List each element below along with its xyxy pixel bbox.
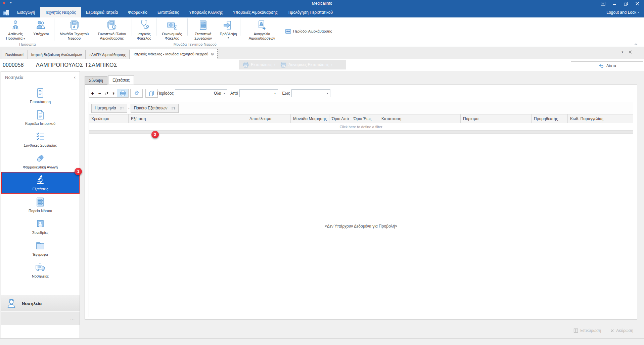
tab-list-chevron-icon[interactable]: ▾: [622, 50, 623, 54]
ribbon-options-icon[interactable]: [598, 0, 608, 7]
confirm-button[interactable]: Επικύρωση: [573, 328, 601, 333]
sidebar-item-nosileies[interactable]: Νοσηλείες: [1, 259, 80, 281]
menu-tab-ypovoles-klinikis[interactable]: Υποβολές Κλινικής: [184, 7, 228, 17]
dialysis-unit-button[interactable]: Μονάδα Τεχνητού Νεφρού: [55, 17, 93, 42]
tab-close-icon[interactable]: ⊗: [211, 52, 214, 56]
window-title: Medicalinfo: [0, 1, 644, 6]
period-select[interactable]: Όλα ▾: [175, 89, 227, 97]
refresh-button[interactable]: [103, 89, 110, 97]
session-stats-button[interactable]: Στατιστικά Συνεδριών: [189, 17, 218, 42]
ribbon-separator: [336, 18, 336, 41]
tab-exetaseis[interactable]: Εξετάσεις: [108, 76, 134, 85]
menu-tab-ypovoles-aimokatharsis[interactable]: Υποβολές Αιμοκάθαρσης: [228, 7, 282, 17]
sidebar-item-label: Συνθήκες Συνεδρίας: [24, 143, 57, 147]
group-chip-imerominia[interactable]: Ημερομηνία: [91, 104, 127, 113]
sidebar-item-label: Εξετάσεις: [32, 187, 48, 191]
column-header-promitheftis[interactable]: Προμηθευτής: [532, 114, 568, 123]
bottom-divider: [0, 338, 644, 339]
doc-tab-iatrikos-fakelos[interactable]: Ιατρικός Φάκελος - Μονάδα Τεχνητού Νεφρο…: [130, 49, 218, 59]
cancel-button[interactable]: Ακύρωση: [610, 328, 633, 333]
grid-divider: [89, 131, 633, 134]
gear-icon[interactable]: [131, 89, 142, 97]
sidebar-item-farmakeftiki-agogi[interactable]: Φαρμακευτική Αγωγή: [1, 150, 80, 172]
column-header-monada[interactable]: Μονάδα Μέτρησης: [291, 114, 329, 123]
add-record-button[interactable]: +: [89, 89, 96, 97]
menu-tab-eisagogi[interactable]: Εισαγωγή: [12, 7, 40, 17]
menu-tab-farmakeio[interactable]: Φαρμακείο: [123, 7, 152, 17]
delete-record-button[interactable]: −: [96, 89, 103, 97]
cancel-label: Ακύρωση: [616, 328, 633, 333]
app-icon[interactable]: [0, 7, 12, 17]
sidebar-overflow-button[interactable]: ...: [1, 312, 80, 325]
patient-name: ΛΑΜΠΡΟΠΟΥΛΟΣ ΤΣΑΜΠΙΚΟΣ: [36, 62, 117, 68]
tab-bar-close-icon[interactable]: [629, 50, 632, 54]
dialysis-periods-button[interactable]: Περίοδοι Αιμοκάθαρσης: [282, 28, 335, 35]
ribbon-separator: [156, 18, 156, 36]
column-header-kod-paraggelias[interactable]: Κωδ. Παραγγελίας: [568, 114, 633, 123]
document-tab-bar: Dashboard Ιατρική Βεβαίωση Αναλωσίμων εΔ…: [0, 47, 644, 59]
column-header-porisma[interactable]: Πόρισμα: [461, 114, 532, 123]
column-header-orio-eos[interactable]: Όριο Έως: [351, 114, 379, 123]
column-header-orio-apo[interactable]: Όριο Από: [329, 114, 351, 123]
grid-rows-icon: [35, 196, 46, 208]
column-header-xreosimo[interactable]: Χρεώσιμο: [89, 114, 129, 123]
collapse-sidebar-icon[interactable]: ‹: [74, 75, 76, 80]
close-icon[interactable]: [633, 0, 642, 7]
dialysis-plan-button[interactable]: Συνοπτικό Πλάνο Αιμοκάθαρσης: [93, 17, 131, 42]
sidebar-item-eggrafa[interactable]: Έγγραφα: [1, 237, 80, 259]
logout-and-lock-button[interactable]: Logout and Lock ▾: [602, 7, 644, 17]
announcement-button[interactable]: Αναγγελία Αιμοκαθάρσεων: [241, 17, 282, 42]
from-date-select[interactable]: ▾: [239, 89, 278, 97]
column-header-exetasi[interactable]: Εξέταση: [129, 114, 247, 123]
patient-code: 0000058: [3, 62, 24, 68]
step-badge-1: 1: [75, 168, 82, 175]
menu-tab-ektyposeis[interactable]: Εκτυπώσεις: [152, 7, 184, 17]
table-header-row: Χρεώσιμο Εξέταση Αποτέλεσμα Μονάδα Μέτρη…: [89, 114, 633, 123]
settings-group: [130, 89, 143, 98]
column-header-katastasi[interactable]: Κατάσταση: [379, 114, 461, 123]
copy-icon[interactable]: [146, 89, 157, 97]
patients-label: Ασθενείς Πρόσωπα: [6, 32, 23, 40]
doc-tab-dashboard[interactable]: Dashboard: [2, 50, 27, 59]
patients-button[interactable]: Ασθενείς Πρόσωπα ▾: [2, 17, 29, 42]
sidebar-item-episkopisi[interactable]: Επισκόπηση: [1, 85, 80, 106]
obligors-label: Υπόχρεοι: [33, 32, 49, 36]
group-by-panel[interactable]: Ημερομηνία - Πακέτο Εξετάσεων: [89, 102, 633, 114]
ribbon-separator: [54, 18, 54, 41]
menu-tab-texnitos-nefros[interactable]: Τεχνητός Νεφρός: [40, 7, 81, 17]
doc-tab-iatriki-vevaiosi[interactable]: Ιατρική Βεβαίωση Αναλωσίμων: [28, 50, 86, 59]
dynamic-prints-button[interactable]: Δυναμικές Εκτυπώσεις ▾: [280, 61, 332, 68]
collapse-ribbon-icon[interactable]: [634, 43, 638, 46]
print-button[interactable]: [117, 89, 128, 97]
swap-arrows-icon: [285, 29, 291, 34]
to-date-select[interactable]: ▾: [291, 89, 330, 97]
sidebar-item-synedries[interactable]: Συνεδρίες: [1, 215, 80, 237]
list-button[interactable]: Λίστα: [571, 61, 643, 70]
tab-synopsi[interactable]: Σύνοψη: [85, 76, 107, 85]
minimize-icon[interactable]: [610, 0, 619, 7]
column-header-apotelesma[interactable]: Αποτέλεσμα: [247, 114, 291, 123]
medical-file-label: Ιατρικός Φάκελος: [133, 32, 155, 41]
financial-file-button[interactable]: Οικονομικός Φάκελος: [157, 17, 186, 42]
menu-tab-timologisi[interactable]: Τιμολόγηση Περιστατικού: [283, 7, 338, 17]
ribbon-separator: [240, 18, 240, 36]
sidebar-item-poreia-nosou[interactable]: Πορεία Νόσου: [1, 194, 80, 215]
ribbon-separator: [132, 18, 132, 36]
new-record-button[interactable]: ∗: [110, 89, 117, 97]
forecast-button[interactable]: Πρόβλεψη ▾: [218, 17, 239, 42]
sidebar-item-exetaseis[interactable]: Εξετάσεις: [1, 172, 80, 194]
medical-file-button[interactable]: Ιατρικός Φάκελος: [133, 17, 155, 42]
step-badge-2: 2: [151, 131, 159, 138]
sidebar-footer-nosileia[interactable]: Νοσηλεία: [1, 295, 80, 311]
prints-button[interactable]: Εκτυπώσεις ▾: [242, 61, 275, 68]
sidebar-item-synthikes-synedrias[interactable]: Συνθήκες Συνεδρίας: [1, 128, 80, 150]
filter-row[interactable]: Click here to define a filter: [89, 123, 633, 131]
doc-tab-label: Ιατρικός Φάκελος - Μονάδα Τεχνητού Νεφρο…: [134, 52, 208, 56]
restore-icon[interactable]: [621, 0, 631, 7]
obligors-button[interactable]: Υπόχρεοι: [29, 17, 53, 42]
sidebar-item-kartela-istorikou[interactable]: Καρτέλα Ιστορικού: [1, 106, 80, 128]
group-chip-paketo-exetaseon[interactable]: Πακέτο Εξετάσεων: [131, 104, 179, 113]
menu-tab-exoterika-iatreia[interactable]: Εξωτερικά Ιατρεία: [81, 7, 123, 17]
group-label-prosopa: Πρόσωπα: [2, 42, 53, 46]
doc-tab-edapy[interactable]: εΔΑΠΥ Αιμοκάθαρσης: [86, 50, 130, 59]
